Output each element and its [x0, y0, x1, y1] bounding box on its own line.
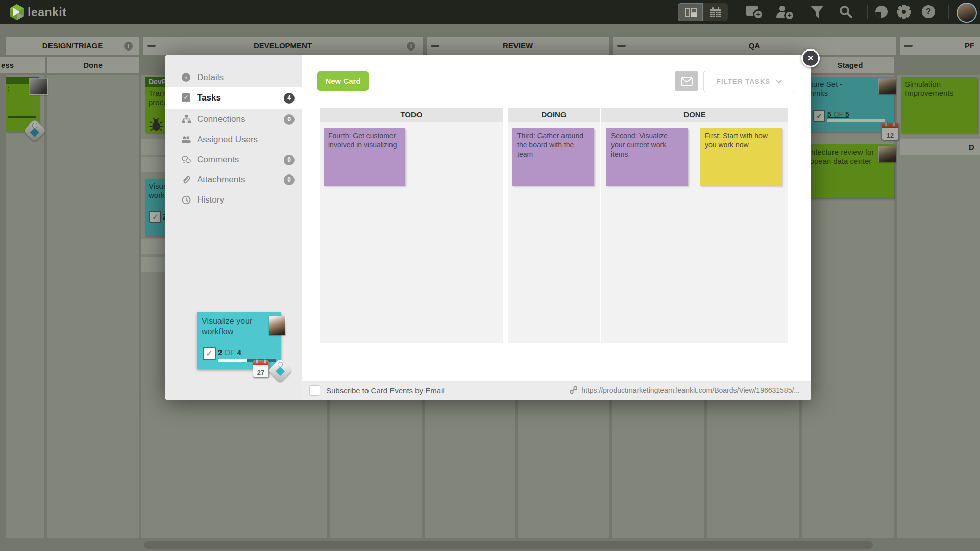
- leankit-app: leankit + +: [0, 0, 980, 551]
- calendar-view-button[interactable]: [703, 3, 728, 21]
- attachments-count-badge: 0: [284, 174, 295, 185]
- connections-icon: [182, 115, 191, 124]
- task-column-header: DONE: [601, 108, 788, 122]
- card-detail-modal: i Details ✓ Tasks 4 Connections 0: [165, 55, 811, 400]
- modal-sidebar: i Details ✓ Tasks 4 Connections 0: [165, 55, 302, 400]
- analytics-pie-icon[interactable]: [875, 5, 888, 18]
- add-user-icon: [779, 6, 785, 11]
- divider: [867, 5, 868, 19]
- divider: [948, 5, 949, 19]
- attachments-paperclip-icon: [182, 175, 191, 184]
- comments-count-badge: 0: [284, 155, 295, 165]
- task-card[interactable]: Fourth: Get customer involved in visuali…: [324, 128, 405, 186]
- card-url-link[interactable]: https://productmarketingteam.leankit.com…: [569, 381, 800, 400]
- sidebar-item-comments[interactable]: Comments 0: [165, 150, 302, 169]
- task-column-header: TODO: [320, 108, 503, 122]
- modal-footer: Subscribe to Card Events by Email https:…: [302, 381, 811, 400]
- add-user-button[interactable]: +: [776, 6, 794, 20]
- link-icon: [569, 386, 578, 394]
- tasks-count-badge: 4: [284, 93, 295, 104]
- filter-icon[interactable]: [810, 5, 824, 19]
- calendar-date-icon: 27: [253, 360, 269, 378]
- board-view-icon: [685, 8, 690, 17]
- history-clock-icon: [182, 195, 191, 205]
- email-tasks-button[interactable]: [675, 71, 698, 91]
- task-column-todo: TODO Fourth: Get customer involved in vi…: [320, 108, 503, 343]
- help-icon[interactable]: ?: [922, 5, 935, 18]
- sidebar-item-connections[interactable]: Connections 0: [165, 110, 302, 129]
- subscribe-label: Subscribe to Card Events by Email: [326, 381, 445, 400]
- top-bar: leankit + +: [0, 0, 980, 24]
- subscribe-checkbox[interactable]: [309, 385, 320, 396]
- close-icon[interactable]: ✕: [801, 49, 820, 67]
- details-info-icon: i: [182, 73, 190, 82]
- sidebar-item-tasks[interactable]: ✓ Tasks 4: [165, 87, 302, 109]
- chevron-down-icon: [776, 80, 782, 84]
- card-title: Visualize your workflow: [197, 312, 281, 341]
- task-column-header: DOING: [508, 108, 600, 122]
- sidebar-item-history[interactable]: History: [165, 190, 302, 210]
- connections-count-badge: 0: [284, 114, 295, 125]
- sidebar-item-assigned-users[interactable]: Assigned Users: [165, 130, 302, 149]
- task-column-doing: DOING Third: Gather around the board wit…: [508, 108, 600, 343]
- view-toggle: [678, 3, 728, 21]
- assigned-user-photo: [269, 316, 286, 335]
- task-card[interactable]: Second: Visualize your current work item…: [606, 128, 688, 186]
- gear-icon[interactable]: [896, 4, 912, 19]
- leankit-logo-icon: [9, 4, 24, 20]
- task-column-done: DONE Second: Visualize your current work…: [601, 108, 788, 343]
- comments-icon: [182, 155, 191, 164]
- calendar-view-icon: [710, 7, 721, 18]
- board-view-button[interactable]: [678, 3, 703, 21]
- divider: [804, 5, 804, 19]
- filter-tasks-button[interactable]: FILTER TASKS: [703, 71, 795, 92]
- sidebar-item-details[interactable]: i Details: [165, 68, 302, 87]
- assigned-users-icon: [182, 135, 191, 144]
- envelope-icon: [681, 77, 693, 86]
- task-card[interactable]: First: Start with how you work now: [700, 128, 782, 186]
- new-card-button[interactable]: New Card: [317, 71, 369, 91]
- tasks-checkbox-icon: ✓: [182, 93, 190, 102]
- search-icon[interactable]: [839, 5, 852, 18]
- sidebar-item-attachments[interactable]: Attachments 0: [165, 170, 302, 189]
- logo-wordmark: leankit: [28, 0, 66, 24]
- task-progress-checkbox: ✓: [203, 347, 216, 360]
- task-card[interactable]: Third: Gather around the board with the …: [512, 128, 594, 186]
- add-card-button[interactable]: +: [746, 6, 764, 20]
- user-avatar[interactable]: [957, 3, 977, 23]
